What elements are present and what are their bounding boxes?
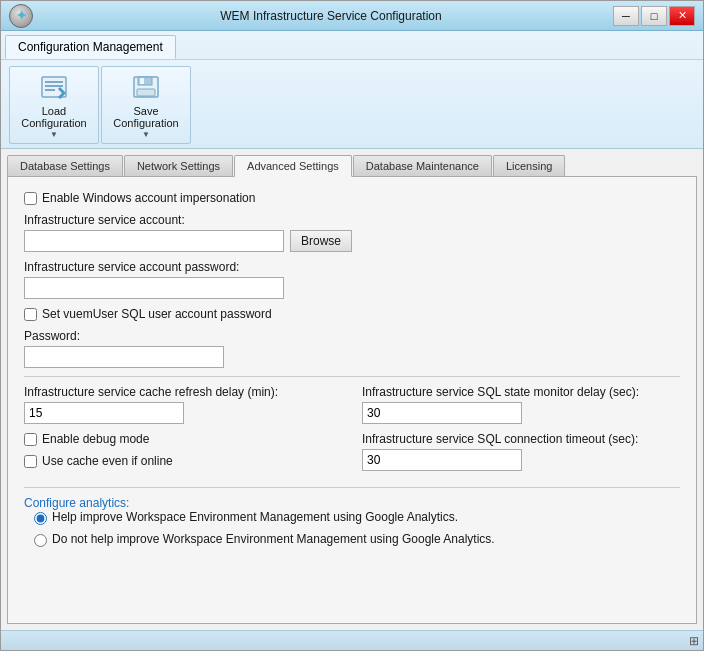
window-controls: ─ □ ✕ — [613, 6, 695, 26]
tab-licensing[interactable]: Licensing — [493, 155, 565, 176]
load-config-icon — [38, 71, 70, 103]
cache-online-label: Use cache even if online — [42, 454, 173, 468]
svg-rect-8 — [137, 89, 155, 96]
col-left: Infrastructure service cache refresh del… — [24, 385, 342, 479]
infra-account-input[interactable] — [24, 230, 284, 252]
load-config-button[interactable]: Load Configuration ▼ — [9, 66, 99, 144]
tab-network-settings[interactable]: Network Settings — [124, 155, 233, 176]
svg-rect-2 — [45, 85, 63, 87]
analytics-option1-label: Help improve Workspace Environment Manag… — [52, 510, 458, 524]
two-col-section: Infrastructure service cache refresh del… — [24, 385, 680, 479]
save-config-button[interactable]: Save Configuration ▼ — [101, 66, 191, 144]
tab-database-settings[interactable]: Database Settings — [7, 155, 123, 176]
infra-password-label: Infrastructure service account password: — [24, 260, 680, 274]
debug-mode-row: Enable debug mode — [24, 432, 342, 446]
app-logo: ✦ — [9, 3, 49, 29]
sql-state-label: Infrastructure service SQL state monitor… — [362, 385, 680, 399]
divider-1 — [24, 376, 680, 377]
cache-refresh-input[interactable] — [24, 402, 184, 424]
logo-symbol: ✦ — [16, 8, 27, 23]
title-bar: ✦ WEM Infrastructure Service Configurati… — [1, 1, 703, 31]
ribbon: Configuration Management Load Configurat… — [1, 31, 703, 149]
cache-refresh-label: Infrastructure service cache refresh del… — [24, 385, 342, 399]
save-config-label: Save Configuration — [106, 105, 186, 129]
infra-account-label: Infrastructure service account: — [24, 213, 680, 227]
tab-advanced-settings[interactable]: Advanced Settings — [234, 155, 352, 177]
analytics-option2-row: Do not help improve Workspace Environmen… — [34, 532, 680, 549]
sql-state-row: Infrastructure service SQL state monitor… — [362, 385, 680, 424]
save-config-icon — [130, 71, 162, 103]
password-row: Password: — [24, 329, 680, 368]
impersonation-row: Enable Windows account impersonation — [24, 191, 680, 205]
main-window: ✦ WEM Infrastructure Service Configurati… — [0, 0, 704, 651]
status-bar: ⊞ — [1, 630, 703, 650]
svg-rect-1 — [45, 81, 63, 83]
svg-rect-7 — [140, 78, 144, 84]
cache-online-row: Use cache even if online — [24, 454, 342, 468]
sql-connection-row: Infrastructure service SQL connection ti… — [362, 432, 680, 471]
advanced-settings-panel: Enable Windows account impersonation Inf… — [7, 177, 697, 624]
cache-refresh-row: Infrastructure service cache refresh del… — [24, 385, 342, 424]
load-config-arrow: ▼ — [50, 130, 58, 139]
tab-database-maintenance[interactable]: Database Maintenance — [353, 155, 492, 176]
maximize-button[interactable]: □ — [641, 6, 667, 26]
infra-password-row: Infrastructure service account password: — [24, 260, 680, 299]
svg-rect-3 — [45, 89, 55, 91]
main-content: Database Settings Network Settings Advan… — [1, 149, 703, 630]
save-config-arrow: ▼ — [142, 130, 150, 139]
vuemuser-label: Set vuemUser SQL user account password — [42, 307, 272, 321]
analytics-label: Configure analytics: — [24, 496, 129, 510]
load-config-label: Load Configuration — [14, 105, 94, 129]
infra-account-input-row: Browse — [24, 230, 680, 252]
window-title: WEM Infrastructure Service Configuration — [49, 9, 613, 23]
ribbon-content: Load Configuration ▼ Save Configuration … — [1, 59, 703, 148]
password-label: Password: — [24, 329, 680, 343]
ribbon-tabs: Configuration Management — [1, 31, 703, 59]
infra-password-input[interactable] — [24, 277, 284, 299]
status-icon: ⊞ — [689, 634, 699, 648]
close-button[interactable]: ✕ — [669, 6, 695, 26]
impersonation-label: Enable Windows account impersonation — [42, 191, 255, 205]
ribbon-tab-config-management[interactable]: Configuration Management — [5, 35, 176, 59]
analytics-option2-radio[interactable] — [34, 534, 47, 547]
analytics-option1-radio[interactable] — [34, 512, 47, 525]
cache-online-checkbox[interactable] — [24, 455, 37, 468]
sql-connection-label: Infrastructure service SQL connection ti… — [362, 432, 680, 446]
sql-state-input[interactable] — [362, 402, 522, 424]
logo-icon: ✦ — [9, 4, 33, 28]
sql-connection-input[interactable] — [362, 449, 522, 471]
analytics-section: Configure analytics: Help improve Worksp… — [24, 496, 680, 549]
tab-bar: Database Settings Network Settings Advan… — [7, 155, 697, 177]
vuemuser-row: Set vuemUser SQL user account password — [24, 307, 680, 321]
debug-label: Enable debug mode — [42, 432, 149, 446]
password-input[interactable] — [24, 346, 224, 368]
divider-2 — [24, 487, 680, 488]
infra-account-row: Infrastructure service account: Browse — [24, 213, 680, 252]
minimize-button[interactable]: ─ — [613, 6, 639, 26]
impersonation-checkbox[interactable] — [24, 192, 37, 205]
vuemuser-checkbox[interactable] — [24, 308, 37, 321]
analytics-option1-row: Help improve Workspace Environment Manag… — [34, 510, 680, 527]
col-right: Infrastructure service SQL state monitor… — [362, 385, 680, 479]
browse-button[interactable]: Browse — [290, 230, 352, 252]
analytics-option2-label: Do not help improve Workspace Environmen… — [52, 532, 495, 546]
debug-checkbox[interactable] — [24, 433, 37, 446]
